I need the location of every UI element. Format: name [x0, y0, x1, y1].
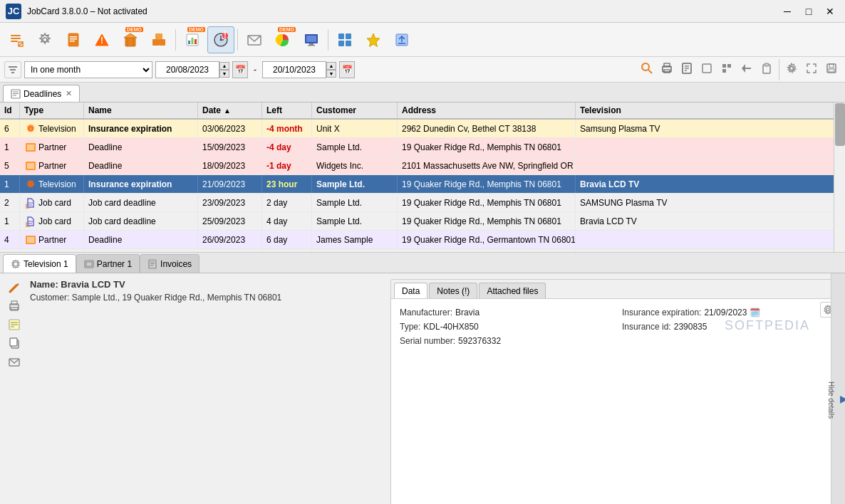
- date-from-input[interactable]: [155, 61, 219, 78]
- filter-expand-btn[interactable]: [802, 59, 821, 78]
- hide-sidebar-button[interactable]: ▶ Hide details: [831, 273, 845, 504]
- detail-tab-television[interactable]: Television 1: [3, 254, 76, 273]
- svg-rect-37: [346, 33, 351, 39]
- detail-mail-icon[interactable]: [6, 353, 23, 370]
- svg-rect-34: [309, 43, 313, 45]
- tab-deadlines-close[interactable]: ✕: [66, 89, 72, 98]
- type-icon: [24, 233, 37, 246]
- detail-tab-invoices-label: Invoices: [160, 259, 192, 269]
- pie-button[interactable]: DEMO: [269, 26, 296, 53]
- detail-tab-partner[interactable]: Partner 1: [76, 254, 140, 273]
- date-from-up[interactable]: ▲: [219, 62, 229, 70]
- col-date[interactable]: Date▲: [198, 103, 262, 118]
- filter-search-button[interactable]: [638, 59, 656, 78]
- col-type[interactable]: Type: [20, 103, 84, 118]
- type-icon: [24, 215, 37, 228]
- insurance-id-field: Insurance id: 2390835: [622, 322, 830, 332]
- date-from-calendar[interactable]: 📅: [232, 61, 248, 78]
- svg-rect-82: [27, 237, 34, 243]
- toolbar-separator-1: [175, 29, 176, 51]
- table-row[interactable]: 6 Television Insurance expiration 03/06/…: [0, 120, 845, 138]
- document-button[interactable]: [60, 26, 87, 53]
- detail-print-icon[interactable]: [6, 298, 23, 315]
- table-row[interactable]: 1 Job card Job card deadline 25/09/2023 …: [0, 212, 845, 231]
- type-icon: [24, 122, 37, 135]
- edit-button[interactable]: [3, 26, 30, 53]
- table-row[interactable]: 1 Partner Deadline 15/09/2023 -4 day Sam…: [0, 138, 845, 157]
- cell-date: 15/09/2023: [198, 138, 262, 156]
- col-television[interactable]: Television: [576, 103, 845, 118]
- filter-settings-btn[interactable]: [782, 59, 801, 78]
- svg-line-48: [648, 70, 652, 73]
- maximize-button[interactable]: □: [799, 4, 818, 19]
- col-name[interactable]: Name: [84, 103, 198, 118]
- filter-toggle-button[interactable]: [4, 61, 21, 78]
- grid2-button[interactable]: [331, 26, 358, 53]
- box-button[interactable]: DEMO: [117, 26, 144, 53]
- col-left[interactable]: Left: [262, 103, 312, 118]
- date-from-down[interactable]: ▼: [219, 70, 229, 78]
- favorite-button[interactable]: [360, 26, 387, 53]
- mail-button[interactable]: [241, 26, 268, 53]
- date-to-up[interactable]: ▲: [326, 62, 336, 70]
- detail-copy-icon[interactable]: [6, 335, 23, 352]
- cell-type: Television: [20, 120, 84, 137]
- warning-button[interactable]: !: [88, 26, 115, 53]
- filter-print-button[interactable]: [658, 59, 676, 78]
- report-button[interactable]: DEMO: [179, 26, 206, 53]
- cell-customer: Widgets Inc.: [312, 157, 398, 174]
- export-button[interactable]: [388, 26, 415, 53]
- filter-blank-btn2[interactable]: [717, 59, 736, 78]
- filter-doc-button[interactable]: [678, 59, 696, 78]
- col-address[interactable]: Address: [398, 103, 576, 118]
- close-button[interactable]: ✕: [821, 4, 839, 19]
- cell-date: 26/09/2023: [198, 231, 262, 248]
- dr-tab-files[interactable]: Attached files: [479, 283, 546, 298]
- clock-button[interactable]: !: [207, 26, 234, 53]
- filter-back-btn[interactable]: [737, 59, 756, 78]
- detail-edit-icon[interactable]: [6, 279, 23, 296]
- filter-clipboard-btn[interactable]: [757, 59, 776, 78]
- boxes-button[interactable]: [145, 26, 172, 53]
- date-to-calendar[interactable]: 📅: [339, 61, 355, 78]
- dr-tab-data[interactable]: Data: [394, 283, 427, 298]
- insurance-expiration-label: Insurance expiration:: [622, 308, 701, 317]
- table-row[interactable]: 5 Television Insurance expiration 30/09/…: [0, 249, 845, 252]
- filter-blank-btn1[interactable]: [698, 59, 716, 78]
- table-row[interactable]: 1 Television Insurance expiration 21/09/…: [0, 175, 845, 194]
- svg-rect-73: [27, 145, 34, 150]
- cell-customer: James Sample: [312, 231, 398, 248]
- col-id[interactable]: Id: [0, 103, 20, 118]
- filter-save-btn[interactable]: [822, 59, 841, 78]
- detail-tab-invoices[interactable]: Invoices: [140, 254, 199, 273]
- cell-name: Job card deadline: [84, 194, 198, 211]
- table-row[interactable]: 4 Partner Deadline 26/09/2023 6 day Jame…: [0, 231, 845, 249]
- data-grid: Id Type Name Date▲ Left Customer Address…: [0, 103, 845, 252]
- cell-address: 2101 Massachusetts Ave NW, Springfield O…: [398, 157, 576, 174]
- app-logo: JC: [6, 4, 21, 19]
- settings-button[interactable]: [31, 26, 58, 53]
- cell-customer: Sample Ltd.: [312, 194, 398, 211]
- type-icon: [24, 159, 37, 172]
- insurance-expiration-wrap: 21/09/2023 🗓️: [704, 308, 760, 317]
- table-row[interactable]: 2 Job card Job card deadline 23/09/2023 …: [0, 194, 845, 212]
- svg-text:!: !: [224, 31, 227, 40]
- cell-type: Partner: [20, 138, 84, 156]
- cell-id: 6: [0, 120, 20, 137]
- table-row[interactable]: 5 Partner Deadline 18/09/2023 -1 day Wid…: [0, 157, 845, 175]
- grid-scrollbar-thumb[interactable]: [835, 103, 845, 146]
- minimize-button[interactable]: ─: [778, 4, 797, 19]
- date-to-down[interactable]: ▼: [326, 70, 336, 78]
- cell-date: 30/09/2023: [198, 249, 262, 252]
- detail-note-icon[interactable]: [6, 316, 23, 333]
- dr-tab-notes[interactable]: Notes (!): [429, 283, 477, 298]
- col-customer[interactable]: Customer: [312, 103, 398, 118]
- svg-rect-46: [11, 72, 14, 73]
- tab-deadlines[interactable]: Deadlines ✕: [3, 85, 80, 102]
- detail-main: Name: Bravia LCD TV Customer: Sample Ltd…: [0, 273, 845, 504]
- screen-button[interactable]: [298, 26, 325, 53]
- grid-scrollbar[interactable]: [834, 103, 845, 252]
- period-select[interactable]: In one monthTodayThis weekThis monthCust…: [24, 61, 152, 78]
- date-to-input[interactable]: [262, 61, 326, 78]
- svg-rect-8: [70, 38, 77, 40]
